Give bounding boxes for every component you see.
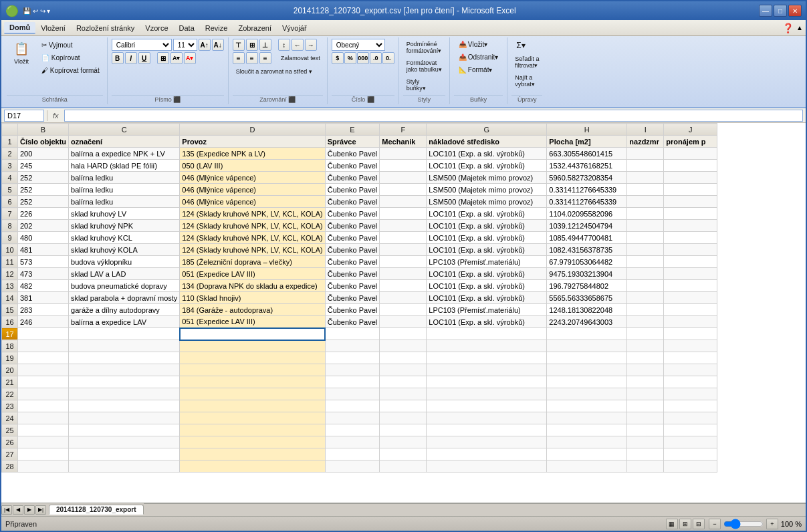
- italic-button[interactable]: I: [125, 52, 137, 64]
- cell[interactable]: balírna a expedice NPK + LV: [69, 148, 180, 160]
- cell[interactable]: Čubenko Pavel: [325, 316, 380, 328]
- cell[interactable]: [380, 388, 427, 400]
- zoom-in-button[interactable]: +: [766, 519, 778, 529]
- cell[interactable]: Čubenko Pavel: [325, 280, 380, 292]
- cell[interactable]: [664, 208, 717, 220]
- autosum-button[interactable]: Σ▾: [511, 39, 542, 52]
- cell[interactable]: LSM500 (Majetek mimo provoz): [427, 196, 547, 208]
- cell[interactable]: [180, 340, 325, 352]
- cell[interactable]: LOC101 (Exp. a skl. výrobků): [427, 220, 547, 232]
- cell[interactable]: [380, 256, 427, 268]
- cell[interactable]: 046 (Mlýnice vápence): [180, 196, 325, 208]
- bold-button[interactable]: B: [112, 52, 124, 64]
- cell[interactable]: [627, 352, 664, 364]
- cell[interactable]: [427, 328, 547, 340]
- font-name-select[interactable]: Calibri: [112, 39, 172, 51]
- cell[interactable]: [180, 424, 325, 436]
- cell[interactable]: [380, 400, 427, 412]
- cell[interactable]: [627, 304, 664, 316]
- menu-zobrazeni[interactable]: Zobrazení: [233, 23, 277, 33]
- minimize-ribbon-icon[interactable]: ▲: [796, 24, 803, 31]
- cell[interactable]: [180, 364, 325, 376]
- cell[interactable]: [18, 364, 69, 376]
- cell[interactable]: Čubenko Pavel: [325, 172, 380, 184]
- menu-vyvojar[interactable]: Vývojář: [277, 23, 312, 33]
- cell[interactable]: [180, 400, 325, 412]
- cell[interactable]: [627, 328, 664, 340]
- menu-domu[interactable]: Domů: [4, 22, 35, 34]
- cell[interactable]: 135 (Expedice NPK a LV): [180, 148, 325, 160]
- increase-decimal-button[interactable]: .0: [370, 52, 382, 64]
- cell[interactable]: Provoz: [180, 136, 325, 148]
- cell[interactable]: [325, 352, 380, 364]
- cell[interactable]: Čubenko Pavel: [325, 232, 380, 244]
- cell[interactable]: [427, 424, 547, 436]
- cell[interactable]: Čubenko Pavel: [325, 220, 380, 232]
- cell[interactable]: 5960.58273208354: [547, 172, 627, 184]
- page-layout-button[interactable]: ⊞: [679, 519, 691, 529]
- cell[interactable]: sklad parabola + dopravní mosty: [69, 292, 180, 304]
- cell[interactable]: Čubenko Pavel: [325, 268, 380, 280]
- cell[interactable]: [627, 256, 664, 268]
- cell[interactable]: [380, 148, 427, 160]
- cell[interactable]: [547, 340, 627, 352]
- cell[interactable]: [547, 448, 627, 460]
- cell[interactable]: [627, 436, 664, 448]
- cell[interactable]: [664, 316, 717, 328]
- cell[interactable]: [180, 388, 325, 400]
- cell[interactable]: [427, 400, 547, 412]
- cell[interactable]: [380, 292, 427, 304]
- cell[interactable]: [427, 460, 547, 473]
- col-header-H[interactable]: H: [547, 124, 627, 136]
- cell[interactable]: [180, 352, 325, 364]
- align-bottom-button[interactable]: ⊥: [259, 39, 271, 51]
- cell[interactable]: [664, 148, 717, 160]
- cell[interactable]: Čubenko Pavel: [325, 292, 380, 304]
- cell[interactable]: 046 (Mlýnice vápence): [180, 172, 325, 184]
- cell[interactable]: [547, 400, 627, 412]
- cell[interactable]: 0.331411276645339: [547, 184, 627, 196]
- cell[interactable]: [380, 412, 427, 424]
- cell[interactable]: [18, 412, 69, 424]
- cell[interactable]: nazdzmr: [627, 136, 664, 148]
- cell[interactable]: [325, 460, 380, 473]
- cell[interactable]: 1104.02095582096: [547, 208, 627, 220]
- cell[interactable]: [380, 316, 427, 328]
- cell[interactable]: 663.305548601415: [547, 148, 627, 160]
- cell-reference-input[interactable]: [4, 110, 44, 122]
- cell[interactable]: balírna ledku: [69, 184, 180, 196]
- cell[interactable]: [325, 424, 380, 436]
- cell[interactable]: 245: [18, 160, 69, 172]
- delete-cells-button[interactable]: 📤 Odstranit▾: [454, 51, 503, 63]
- cell[interactable]: 573: [18, 256, 69, 268]
- currency-button[interactable]: $: [332, 52, 344, 64]
- zoom-slider[interactable]: [723, 519, 764, 529]
- decrease-decimal-button[interactable]: 0.: [382, 52, 394, 64]
- cell[interactable]: [664, 352, 717, 364]
- cell[interactable]: Čubenko Pavel: [325, 148, 380, 160]
- cell[interactable]: [664, 172, 717, 184]
- cell[interactable]: [627, 412, 664, 424]
- cell[interactable]: [664, 220, 717, 232]
- cell[interactable]: [547, 436, 627, 448]
- cell[interactable]: 1085.49447700481: [547, 232, 627, 244]
- cell[interactable]: [325, 412, 380, 424]
- indent-decrease-button[interactable]: ←: [292, 39, 304, 51]
- cell[interactable]: [18, 352, 69, 364]
- cell[interactable]: [627, 364, 664, 376]
- cell[interactable]: [69, 328, 180, 340]
- cell[interactable]: Čubenko Pavel: [325, 304, 380, 316]
- cell[interactable]: [627, 160, 664, 172]
- help-icon[interactable]: ❓: [782, 23, 794, 33]
- cell[interactable]: 473: [18, 268, 69, 280]
- normal-view-button[interactable]: ▦: [666, 519, 678, 529]
- cell[interactable]: [325, 340, 380, 352]
- cell[interactable]: [627, 448, 664, 460]
- cell[interactable]: sklad kruhový KOLA: [69, 244, 180, 256]
- cell[interactable]: Čubenko Pavel: [325, 184, 380, 196]
- cell[interactable]: 246: [18, 316, 69, 328]
- cell[interactable]: [547, 364, 627, 376]
- cell[interactable]: [627, 232, 664, 244]
- cell[interactable]: LPC103 (Přemísť.materiálu): [427, 304, 547, 316]
- cell[interactable]: sklad kruhový NPK: [69, 220, 180, 232]
